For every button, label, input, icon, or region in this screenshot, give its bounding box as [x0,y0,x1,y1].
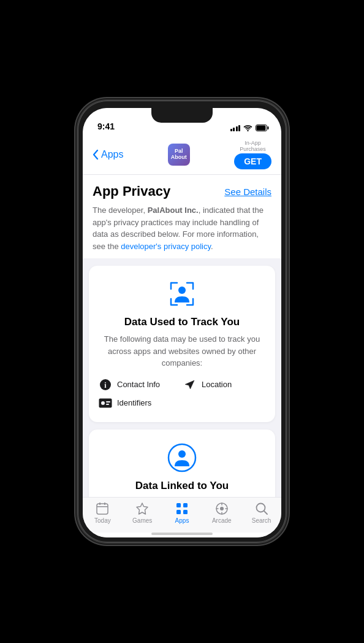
svg-rect-24 [99,502,100,505]
id-card-icon [99,396,112,410]
tab-games[interactable]: Games [123,501,162,524]
battery-icon [256,125,269,131]
page-title-row: App Privacy See Details [93,183,271,199]
contact-info-label: Contact Info [117,380,160,389]
svg-point-12 [178,450,186,458]
today-tab-icon [95,501,110,516]
chevron-left-icon [93,150,99,160]
svg-rect-9 [106,401,110,402]
page-description: The developer, PalAbout Inc., indicated … [93,204,271,252]
card-track-you: Data Used to Track You The following dat… [89,266,275,422]
track-location: Location [183,378,265,391]
track-data-grid: i Contact Info Location [99,378,265,410]
games-tab-label: Games [132,517,152,524]
card-linked-title: Data Linked to You [99,480,265,492]
linked-icon-container [99,442,265,474]
arcade-tab-label: Arcade [212,517,232,524]
privacy-policy-link[interactable]: developer's privacy policy [121,242,211,251]
see-details-link[interactable]: See Details [224,187,271,197]
search-tab-label: Search [252,517,271,524]
svg-rect-10 [106,404,109,405]
card-track-description: The following data may be used to track … [99,333,265,369]
linked-you-icon [166,442,198,474]
home-bar [151,533,213,535]
identifiers-label: Identifiers [117,398,151,407]
track-contact-info: i Contact Info [99,378,181,391]
back-button[interactable]: Apps [93,149,123,160]
wifi-icon [243,125,252,131]
svg-rect-7 [99,398,112,407]
svg-point-0 [247,130,248,131]
location-label: Location [202,380,232,389]
svg-line-34 [264,511,267,514]
info-circle-icon: i [99,378,112,391]
status-time: 9:41 [95,121,115,131]
tab-arcade[interactable]: Arcade [202,501,241,524]
signal-bars-icon [230,125,241,131]
app-icon-container: Pal About [168,144,190,166]
games-tab-icon [135,501,150,516]
notch [151,108,213,123]
svg-rect-30 [183,510,188,514]
card-track-title: Data Used to Track You [99,316,265,328]
get-button[interactable]: GET [234,153,271,169]
location-arrow-icon [183,378,197,391]
svg-rect-2 [268,126,269,129]
svg-rect-25 [104,502,105,505]
nav-right: In-App Purchases GET [234,140,271,169]
apps-tab-label: Apps [175,517,189,524]
tab-apps[interactable]: Apps [162,501,202,524]
svg-point-4 [178,287,186,294]
phone-shell: 9:41 [78,101,286,542]
svg-rect-26 [97,506,108,507]
home-indicator [83,533,281,537]
today-tab-label: Today [94,517,111,524]
main-content: App Privacy See Details The developer, P… [83,175,281,497]
svg-rect-28 [183,503,188,507]
track-icon-container [99,278,265,310]
app-icon: Pal About [168,144,190,166]
svg-rect-3 [257,126,266,131]
apps-tab-icon [175,501,189,516]
status-icons [230,125,270,131]
track-identifiers: Identifiers [99,396,181,410]
tab-bar: Today Games [83,497,281,533]
svg-rect-23 [97,504,108,514]
search-tab-icon [254,501,269,516]
tab-search[interactable]: Search [241,501,281,524]
track-you-icon [166,278,198,310]
in-app-label: In-App Purchases [240,140,266,152]
page-header: App Privacy See Details The developer, P… [83,175,281,258]
nav-bar: Apps Pal About In-App Purchases GET [83,135,281,175]
card-linked-you: Data Linked to You The following data ma… [89,429,275,498]
arcade-tab-icon [214,501,229,516]
tab-today[interactable]: Today [83,501,123,524]
svg-point-32 [220,507,224,510]
back-label: Apps [101,149,123,160]
svg-point-8 [101,401,105,405]
page-title: App Privacy [93,183,170,199]
svg-rect-29 [176,510,181,514]
svg-rect-27 [176,503,181,507]
phone-screen: 9:41 [83,108,281,537]
